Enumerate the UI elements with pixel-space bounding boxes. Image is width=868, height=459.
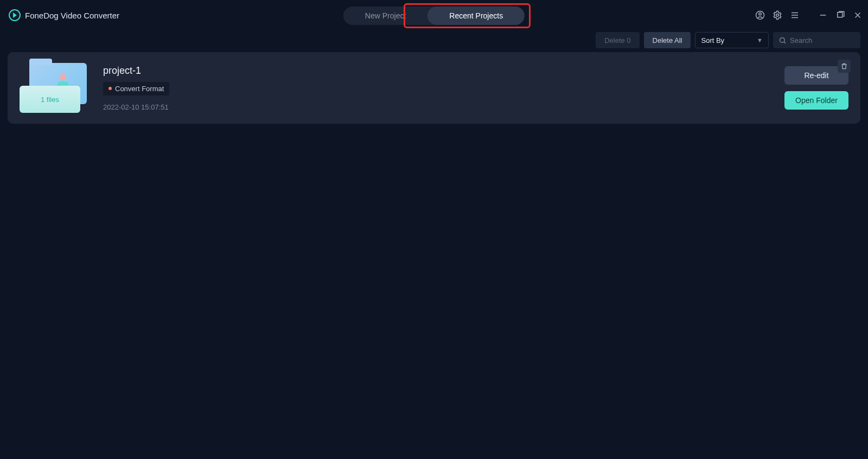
svg-point-10 [780, 37, 785, 42]
window-controls [754, 0, 864, 30]
tab-recent-projects[interactable]: Recent Projects [427, 7, 525, 25]
sort-by-dropdown[interactable]: Sort By ▼ [695, 32, 769, 48]
open-folder-button[interactable]: Open Folder [784, 91, 848, 110]
account-icon[interactable] [754, 9, 766, 21]
project-meta: project-1 Convert Format 2022-02-10 15:0… [103, 65, 169, 111]
search-box[interactable] [773, 32, 860, 48]
menu-icon[interactable] [789, 9, 801, 21]
minimize-icon[interactable] [817, 9, 829, 21]
project-name: project-1 [103, 65, 169, 76]
project-tag: Convert Format [103, 82, 169, 95]
svg-point-1 [759, 13, 762, 16]
search-icon [778, 36, 787, 44]
project-actions: Re-edit Open Folder [784, 66, 848, 110]
delete-project-button[interactable] [838, 60, 851, 73]
app-title: FoneDog Video Converter [25, 11, 119, 20]
main-tabs: New Project Recent Projects [343, 7, 525, 25]
maximize-icon[interactable] [834, 9, 846, 21]
sort-by-label: Sort By [701, 36, 724, 44]
app-logo-block: FoneDog Video Converter [7, 9, 119, 21]
project-timestamp: 2022-02-10 15:07:51 [103, 103, 169, 111]
delete-selected-button[interactable]: Delete 0 [596, 32, 639, 48]
tab-new-project[interactable]: New Project [343, 7, 427, 25]
files-count-label: 1 files [20, 86, 80, 113]
app-logo-icon [9, 9, 21, 21]
close-icon[interactable] [852, 9, 864, 21]
titlebar: FoneDog Video Converter New Project Rece… [0, 0, 868, 30]
project-thumbnail: 1 files [20, 63, 89, 113]
action-toolbar: Delete 0 Delete All Sort By ▼ [0, 30, 868, 52]
chevron-down-icon: ▼ [757, 37, 763, 43]
delete-all-button[interactable]: Delete All [644, 32, 691, 48]
project-card: 1 files project-1 Convert Format 2022-02… [8, 52, 860, 124]
svg-point-2 [776, 14, 779, 17]
svg-rect-7 [838, 12, 843, 17]
trash-icon [840, 62, 848, 70]
settings-icon[interactable] [771, 9, 783, 21]
search-input[interactable] [790, 36, 855, 44]
content-area: 1 files project-1 Convert Format 2022-02… [0, 52, 868, 124]
svg-line-11 [784, 42, 786, 43]
